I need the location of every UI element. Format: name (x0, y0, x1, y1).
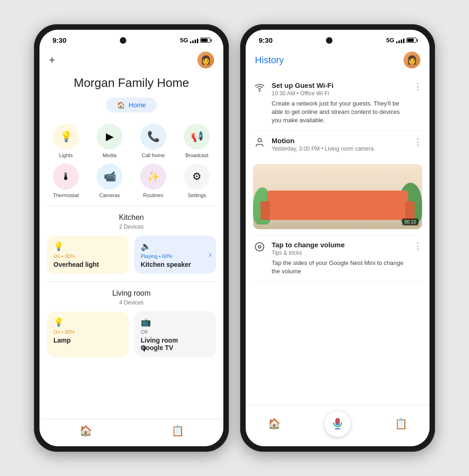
home-pill-label: Home (129, 101, 146, 109)
quick-actions-grid: 💡 Lights ▶ Media 📞 Call home (47, 124, 216, 198)
kitchen-speaker-card[interactable]: 🔈 Playing • 60% Kitchen speaker › (134, 236, 216, 274)
home-pill-btn[interactable]: 🏠 Home (106, 98, 157, 112)
kitchen-devices-row: 💡 On • 80% Overhead light 🔈 Playing • 60… (47, 236, 216, 274)
home-icon: 🏠 (117, 101, 125, 109)
sofa-arm-left (261, 201, 270, 220)
right-phone-screen: 9:30 5G History 👩 (246, 30, 430, 446)
svg-point-1 (255, 242, 264, 251)
kitchen-speaker-status: Playing • 60% (141, 253, 209, 259)
settings-icon: ⚙ (192, 171, 202, 183)
avatar-right[interactable]: 👩 (404, 52, 420, 68)
grid-item-routines[interactable]: ✨ Routines (134, 164, 172, 198)
motion-item-body: Motion Yesterday, 3:00 PM • Living room … (272, 137, 408, 155)
wifi-icon (253, 81, 266, 125)
call-icon: 📞 (147, 131, 160, 143)
history-item-volume[interactable]: Tap to change volume Tips & tricks Tap t… (253, 235, 422, 282)
status-icons-right: 5G (386, 37, 417, 44)
google-tv-name: Living roomGoogle TV (141, 337, 209, 351)
cameras-icon: 📹 (104, 171, 116, 183)
grid-item-cameras[interactable]: 📹 Cameras (91, 164, 129, 198)
volume-icon (253, 241, 266, 276)
home-header: + 👩 (47, 48, 216, 76)
lights-label: Lights (59, 152, 72, 158)
lights-icon: 💡 (60, 131, 72, 143)
call-label: Call home (142, 152, 165, 158)
left-phone: 9:30 5G + 👩 Morgan Family (34, 24, 229, 452)
mic-fab-button[interactable] (325, 411, 351, 437)
signal-bar-1 (190, 41, 191, 43)
history-item-motion[interactable]: Motion Yesterday, 3:00 PM • Living room … (253, 131, 422, 235)
kitchen-section-title: Kitchen (47, 213, 216, 222)
broadcast-icon-bg: 📢 (184, 124, 210, 150)
grid-item-lights[interactable]: 💡 Lights (47, 124, 85, 158)
nav-history-icon-right: 📋 (395, 418, 407, 430)
thermostat-icon-bg: 🌡 (53, 164, 79, 190)
add-button[interactable]: + (49, 53, 55, 66)
settings-label: Settings (188, 192, 206, 198)
signal-bar-r3 (401, 40, 402, 43)
nav-home-icon-right: 🏠 (268, 418, 280, 430)
lamp-icon: 💡 (53, 317, 122, 327)
thermostat-icon: 🌡 (61, 171, 71, 183)
svg-point-2 (258, 245, 261, 248)
broadcast-label: Broadcast (185, 152, 208, 158)
divider-1 (47, 205, 216, 206)
signal-bar-3 (195, 40, 196, 43)
wifi-item-more[interactable]: ⋮ (414, 81, 422, 125)
overhead-light-card[interactable]: 💡 On • 80% Overhead light (47, 236, 129, 274)
media-label: Media (103, 152, 117, 158)
overhead-light-icon: 💡 (53, 241, 122, 251)
motion-thumbnail[interactable]: 00:10 (253, 164, 422, 229)
status-bar-right: 9:30 5G (246, 30, 430, 48)
lights-icon-bg: 💡 (53, 124, 79, 150)
grid-item-settings[interactable]: ⚙ Settings (178, 164, 216, 198)
grid-item-call[interactable]: 📞 Call home (134, 124, 172, 158)
sofa-scene (253, 164, 422, 229)
home-content: + 👩 Morgan Family Home 🏠 Home 💡 Lights (39, 48, 223, 419)
grid-item-media[interactable]: ▶ Media (91, 124, 129, 158)
bottom-nav-right: 🏠 📋 (246, 405, 430, 446)
right-phone: 9:30 5G History 👩 (240, 24, 435, 452)
signal-bar-2 (192, 40, 194, 43)
volume-item-body: Tap to change volume Tips & tricks Tap t… (272, 241, 408, 276)
signal-label-right: 5G (386, 37, 394, 44)
sofa-body (267, 194, 408, 220)
cameras-label: Cameras (99, 192, 120, 198)
avatar-left[interactable]: 👩 (197, 52, 214, 68)
nav-home-left[interactable]: 🏠 (79, 425, 92, 437)
nav-home-right[interactable]: 🏠 (268, 418, 280, 430)
svg-point-0 (259, 90, 260, 91)
media-icon: ▶ (106, 131, 114, 143)
history-content: History 👩 Set up Guest Wi-Fi 10:30 AM • … (246, 48, 430, 405)
motion-item-more[interactable]: ⋮ (414, 137, 422, 155)
time-left: 9:30 (52, 36, 66, 44)
volume-item-title: Tap to change volume (272, 241, 408, 249)
time-right: 9:30 (259, 36, 273, 44)
media-icon-bg: ▶ (97, 124, 123, 150)
signal-bar-r2 (398, 40, 400, 43)
wifi-item-body: Set up Guest Wi-Fi 10:30 AM • Office Wi-… (272, 81, 408, 125)
grid-item-thermostat[interactable]: 🌡 Thermostat (47, 164, 85, 198)
battery-fill-left (201, 39, 208, 42)
history-title: History (255, 55, 284, 66)
livingroom-device-count: 4 Devices (47, 299, 216, 306)
google-assistant-icon: 🎙 (141, 345, 148, 353)
lamp-card[interactable]: 💡 On • 80% Lamp (47, 311, 129, 357)
nav-history-left[interactable]: 📋 (171, 425, 184, 437)
history-item-wifi[interactable]: Set up Guest Wi-Fi 10:30 AM • Office Wi-… (253, 76, 422, 131)
motion-icon (253, 137, 266, 155)
volume-item-more[interactable]: ⋮ (414, 241, 422, 276)
nav-history-right[interactable]: 📋 (395, 418, 407, 430)
motion-item-title: Motion (272, 137, 408, 145)
broadcast-icon: 📢 (191, 131, 203, 143)
motion-item-sub: Yesterday, 3:00 PM • Living room camera (272, 145, 408, 152)
left-phone-screen: 9:30 5G + 👩 Morgan Family (39, 30, 223, 446)
grid-item-broadcast[interactable]: 📢 Broadcast (178, 124, 216, 158)
routines-icon-bg: ✨ (140, 164, 166, 190)
history-header: History 👩 (253, 48, 422, 76)
google-tv-card[interactable]: 📺 Off Living roomGoogle TV 🎙 (134, 311, 216, 357)
kitchen-speaker-icon: 🔈 (141, 241, 209, 251)
sofa-arm-right (405, 201, 415, 220)
routines-icon: ✨ (147, 171, 160, 183)
signal-bar-4 (197, 39, 198, 43)
